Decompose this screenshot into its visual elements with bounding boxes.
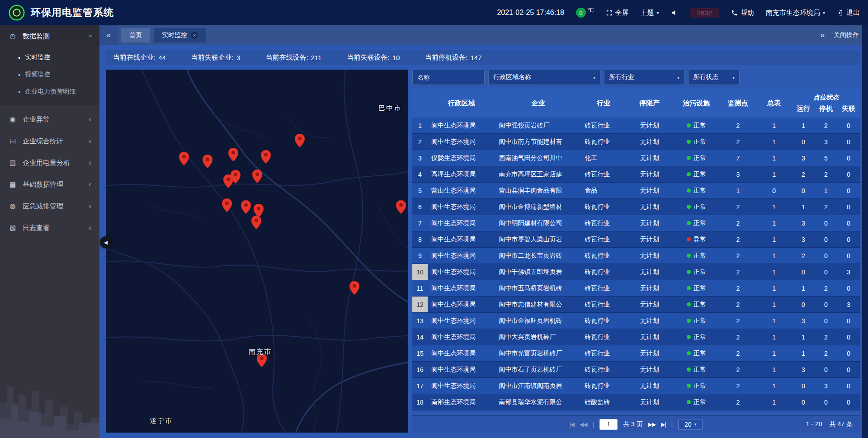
map-pin[interactable] <box>251 216 261 229</box>
tabs-scroll-left-button[interactable]: « <box>99 25 118 45</box>
table-row[interactable]: 17 阆中生态环境局 阆中市江南镇阆南页岩 砖瓦行业 无计划 正常 2 <box>412 378 860 394</box>
sidebar-item[interactable]: ◉ 企业异常 ‹ <box>0 108 99 130</box>
table-row[interactable]: 14 阆中生态环境局 阆中大兴页岩机砖厂 砖瓦行业 无计划 正常 2 <box>412 329 860 345</box>
map-pin[interactable] <box>179 152 189 165</box>
table-row[interactable]: 3 仪陇生态环境局 西南油气田分公司川中 化工 无计划 正常 7 <box>412 150 860 166</box>
table-row[interactable]: 11 阆中生态环境局 阆中市五马桥页岩机砖 砖瓦行业 无计划 正常 2 <box>412 280 860 297</box>
cell-region: 阆中生态环境局 <box>428 301 495 309</box>
tabs-scroll-right-button[interactable]: » <box>821 31 825 40</box>
sidebar-item-icon: ◍ <box>8 202 17 210</box>
help-button[interactable]: 帮助 <box>731 9 754 17</box>
close-icon[interactable]: × <box>191 32 198 39</box>
chevron-down-icon: ▾ <box>677 75 679 80</box>
name-search-input[interactable] <box>412 70 485 85</box>
table-row[interactable]: 10 阆中生态环境局 阆中千佛镇五郎垭页岩 砖瓦行业 无计划 正常 2 <box>412 264 860 280</box>
map-pin[interactable] <box>349 281 359 295</box>
status-select[interactable]: 所有状态 ▾ <box>688 70 740 85</box>
table-row[interactable]: 4 高坪生态环境局 南充市高坪区王家店建 砖瓦行业 无计划 正常 3 <box>412 166 860 183</box>
status-dot-icon <box>687 156 691 160</box>
logout-button[interactable]: 退出 <box>837 9 860 17</box>
alarm-sound-button[interactable] <box>671 9 678 16</box>
sidebar-item[interactable]: ▦ 基础数据管理 ‹ <box>0 174 99 195</box>
map[interactable]: 巴中市 南充市 遂宁市 <box>106 70 408 433</box>
sidebar-item[interactable]: ▧ 日志查看 ‹ <box>0 217 99 239</box>
org-dropdown[interactable]: 南充市生态环境局 ▾ <box>766 9 825 17</box>
cell-facility-status: 正常 <box>673 268 720 276</box>
cell-run: 1 <box>792 350 815 357</box>
col-header-region: 行政区域 <box>428 99 495 108</box>
status-dot-icon <box>687 123 691 127</box>
cell-company: 南充市高坪区王家店建 <box>495 170 581 179</box>
page-number-input[interactable] <box>599 419 618 430</box>
cell-lost: 0 <box>837 317 860 325</box>
first-page-button[interactable]: |◀ <box>570 421 574 428</box>
table-row[interactable]: 8 阆中生态环境局 阆中市枣碧大梁山页岩 砖瓦行业 无计划 异常 2 <box>412 231 860 248</box>
table-row[interactable]: 18 南部生态环境局 南部县瑞华水泥有限公 硅酸盐砖 无计划 正常 2 <box>412 394 860 410</box>
stat-item: 当前停机设备: 147 <box>425 53 481 62</box>
cell-point-status: 1 2 0 <box>792 203 860 211</box>
cell-facility-status: 正常 <box>673 382 720 390</box>
cell-industry: 砖瓦行业 <box>581 122 626 130</box>
cell-facility-status: 正常 <box>673 203 720 211</box>
region-select[interactable]: 行政区域名称 ▾ <box>488 70 600 85</box>
sidebar-items: ◉ 企业异常 ‹ ▤ 企业综合统计 ‹ ▥ 企业用电量分析 ‹ ▦ <box>0 108 99 239</box>
map-pin[interactable] <box>396 200 406 214</box>
sidebar-item[interactable]: ▤ 企业综合统计 ‹ <box>0 130 99 152</box>
table-row[interactable]: 15 阆中生态环境局 阆中市光富页岩机砖厂 砖瓦行业 无计划 正常 2 <box>412 345 860 362</box>
cell-run: 0 <box>792 399 815 406</box>
prev-page-button[interactable]: ◀◀ <box>580 421 587 428</box>
page-size-select[interactable]: 20 ▾ <box>678 419 703 430</box>
facility-status-label: 正常 <box>693 349 706 358</box>
cell-monitor-points: 2 <box>720 382 756 390</box>
sidebar-subitem[interactable]: • 视频监控 <box>0 66 99 83</box>
table-row[interactable]: 1 阆中生态环境局 阆中强锐页岩砖厂 砖瓦行业 无计划 正常 2 <box>412 118 860 134</box>
cell-region: 阆中生态环境局 <box>428 382 495 390</box>
table-row[interactable]: 12 阆中生态环境局 阆中市忠信建材有限公 砖瓦行业 无计划 正常 2 <box>412 297 860 313</box>
fullscreen-button[interactable]: 全屏 <box>606 9 629 17</box>
cell-limit: 无计划 <box>626 122 673 130</box>
help-label: 帮助 <box>741 9 754 17</box>
row-number: 18 <box>412 394 428 410</box>
tab-realtime-monitor[interactable]: 实时监控 × <box>154 28 206 42</box>
map-pin[interactable] <box>228 148 238 161</box>
industry-select[interactable]: 所有行业 ▾ <box>604 70 684 85</box>
table-row[interactable]: 13 阆中生态环境局 阆中市金福旺页岩机砖 砖瓦行业 无计划 正常 2 <box>412 313 860 329</box>
map-pin[interactable] <box>261 150 271 164</box>
temperature-value: 0 <box>576 8 586 18</box>
cell-stop: 2 <box>815 285 837 292</box>
cell-stop: 0 <box>815 399 837 406</box>
table-row[interactable]: 9 阆中生态环境局 阆中市二龙长宝页岩砖 砖瓦行业 无计划 正常 2 <box>412 248 860 264</box>
sidebar-item-icon: ▦ <box>8 180 17 188</box>
cell-run: 0 <box>792 268 815 276</box>
temperature-indicator: 0 ℃ <box>576 8 594 18</box>
status-dot-icon <box>687 221 691 225</box>
next-page-button[interactable]: ▶▶ <box>648 421 656 428</box>
map-pin[interactable] <box>203 155 212 168</box>
table-row[interactable]: 7 阆中生态环境局 阆中明阳建材有限公司 砖瓦行业 无计划 正常 2 <box>412 215 860 231</box>
table-row[interactable]: 2 阆中生态环境局 阆中市南方节能建材有 砖瓦行业 无计划 正常 2 <box>412 134 860 150</box>
sidebar-subitem[interactable]: • 实时监控 <box>0 49 99 66</box>
last-page-button[interactable]: ▶| <box>661 421 665 428</box>
scrollbar[interactable] <box>862 25 868 438</box>
table-row[interactable]: 16 阆中生态环境局 阆中市石子页岩机砖厂 砖瓦行业 无计划 正常 2 <box>412 362 860 378</box>
sidebar-item-data-monitor[interactable]: ◷ 数据监测 ‹ <box>0 25 99 47</box>
sidebar-subitem[interactable]: • 企业电力负荷明细 <box>0 83 99 100</box>
map-pin[interactable] <box>295 134 305 147</box>
cell-monitor-points: 2 <box>720 285 756 292</box>
sidebar-item[interactable]: ▥ 企业用电量分析 ‹ <box>0 152 99 174</box>
map-pin[interactable] <box>252 170 262 183</box>
tab-home[interactable]: 首页 <box>121 28 150 42</box>
map-pin[interactable] <box>241 200 251 214</box>
map-pin[interactable] <box>231 170 241 184</box>
map-pin[interactable] <box>222 198 232 212</box>
pin-icon <box>241 200 251 214</box>
theme-dropdown[interactable]: 主题 ▾ <box>641 9 659 17</box>
close-operations-button[interactable]: 关闭操作 <box>834 31 859 39</box>
sidebar-item[interactable]: ◍ 应急减排管理 ‹ <box>0 195 99 217</box>
cell-total-meters: 1 <box>756 399 792 406</box>
table-row[interactable]: 5 营山生态环境局 营山县润丰肉食品有限 食品 无计划 正常 1 <box>412 183 860 199</box>
facility-status-label: 正常 <box>693 252 706 260</box>
pin-icon <box>349 281 359 295</box>
table-row[interactable]: 6 阆中生态环境局 阆中市金博瑞新型墙材 砖瓦行业 无计划 正常 2 <box>412 199 860 215</box>
cell-region: 高坪生态环境局 <box>428 170 495 179</box>
